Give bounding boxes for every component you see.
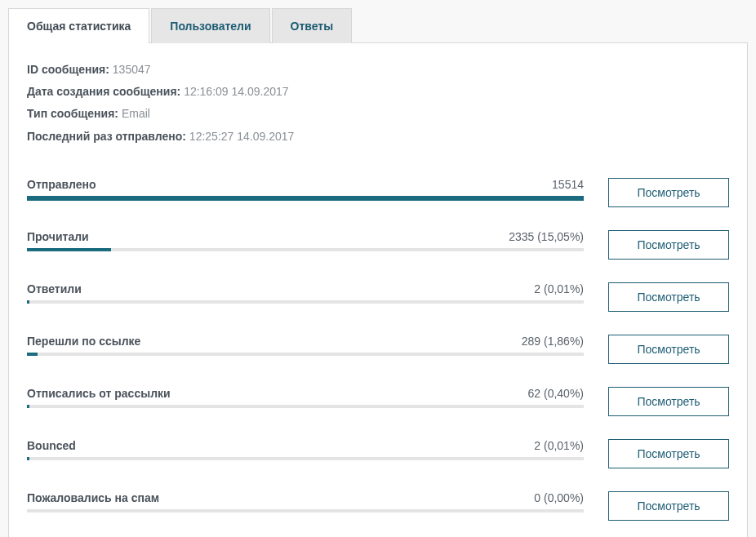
stat-label: Отписались от рассылки bbox=[27, 387, 171, 400]
stat-row-replied: Ответили 2 (0,01%) Посмотреть bbox=[27, 282, 729, 312]
stat-row-read: Прочитали 2335 (15,05%) Посмотреть bbox=[27, 230, 729, 260]
meta-value: Email bbox=[122, 107, 150, 120]
progress-fill bbox=[27, 196, 584, 201]
meta-last-sent: Последний раз отправлено: 12:25:27 14.09… bbox=[27, 126, 729, 147]
progress-bar bbox=[27, 457, 584, 460]
progress-fill bbox=[27, 248, 111, 251]
stat-label: Ответили bbox=[27, 282, 82, 295]
stat-value: 0 (0,00%) bbox=[534, 491, 584, 504]
tab-label: Пользователи bbox=[170, 20, 251, 33]
progress-fill bbox=[27, 405, 29, 408]
progress-bar bbox=[27, 405, 584, 408]
view-button[interactable]: Посмотреть bbox=[608, 439, 729, 468]
progress-fill bbox=[27, 353, 38, 356]
tab-answers[interactable]: Ответы bbox=[272, 8, 353, 43]
meta-value: 12:16:09 14.09.2017 bbox=[184, 85, 288, 98]
stats-panel: ID сообщения: 135047 Дата создания сообщ… bbox=[8, 42, 748, 537]
tab-general-stats[interactable]: Общая статистика bbox=[8, 8, 149, 43]
tabs-bar: Общая статистика Пользователи Ответы bbox=[8, 8, 748, 43]
stat-row-sent: Отправлено 15514 Посмотреть bbox=[27, 178, 729, 207]
stat-label: Прочитали bbox=[27, 230, 89, 243]
stat-value: 289 (1,86%) bbox=[522, 335, 584, 348]
stat-label: Bounced bbox=[27, 439, 76, 452]
progress-bar bbox=[27, 248, 584, 251]
meta-created: Дата создания сообщения: 12:16:09 14.09.… bbox=[27, 82, 729, 102]
message-meta: ID сообщения: 135047 Дата создания сообщ… bbox=[27, 60, 729, 147]
meta-type: Тип сообщения: Email bbox=[27, 104, 729, 124]
view-button[interactable]: Посмотреть bbox=[608, 387, 729, 416]
progress-bar bbox=[27, 196, 584, 201]
progress-bar bbox=[27, 509, 584, 513]
meta-label: Тип сообщения: bbox=[27, 107, 118, 120]
stat-value: 62 (0,40%) bbox=[528, 387, 584, 400]
stat-row-bounced: Bounced 2 (0,01%) Посмотреть bbox=[27, 439, 729, 468]
meta-value: 12:25:27 14.09.2017 bbox=[189, 130, 294, 143]
stat-value: 2 (0,01%) bbox=[534, 282, 584, 295]
stat-label: Перешли по ссылке bbox=[27, 335, 140, 348]
meta-label: Последний раз отправлено: bbox=[27, 130, 186, 143]
meta-label: Дата создания сообщения: bbox=[27, 85, 180, 98]
progress-fill bbox=[27, 300, 29, 304]
stat-row-spam: Пожаловались на спам 0 (0,00%) Посмотрет… bbox=[27, 491, 729, 521]
stat-row-unsubscribed: Отписались от рассылки 62 (0,40%) Посмот… bbox=[27, 387, 729, 416]
progress-bar bbox=[27, 300, 584, 304]
stat-value: 15514 bbox=[552, 178, 584, 191]
progress-fill bbox=[27, 457, 29, 460]
stat-label: Отправлено bbox=[27, 178, 96, 191]
meta-value: 135047 bbox=[113, 63, 151, 76]
view-button[interactable]: Посмотреть bbox=[608, 230, 729, 260]
meta-label: ID сообщения: bbox=[27, 63, 109, 76]
tab-label: Ответы bbox=[291, 20, 334, 33]
tab-users[interactable]: Пользователи bbox=[151, 8, 269, 43]
stat-row-clicked: Перешли по ссылке 289 (1,86%) Посмотреть bbox=[27, 335, 729, 364]
view-button[interactable]: Посмотреть bbox=[608, 491, 729, 521]
meta-message-id: ID сообщения: 135047 bbox=[27, 60, 729, 80]
view-button[interactable]: Посмотреть bbox=[608, 178, 729, 207]
stat-value: 2 (0,01%) bbox=[534, 439, 584, 452]
tab-label: Общая статистика bbox=[27, 20, 131, 33]
view-button[interactable]: Посмотреть bbox=[608, 282, 729, 312]
stat-value: 2335 (15,05%) bbox=[509, 230, 584, 243]
stat-label: Пожаловались на спам bbox=[27, 491, 159, 504]
view-button[interactable]: Посмотреть bbox=[608, 335, 729, 364]
progress-bar bbox=[27, 353, 584, 356]
stats-list: Отправлено 15514 Посмотреть Прочитали 23… bbox=[27, 178, 729, 521]
